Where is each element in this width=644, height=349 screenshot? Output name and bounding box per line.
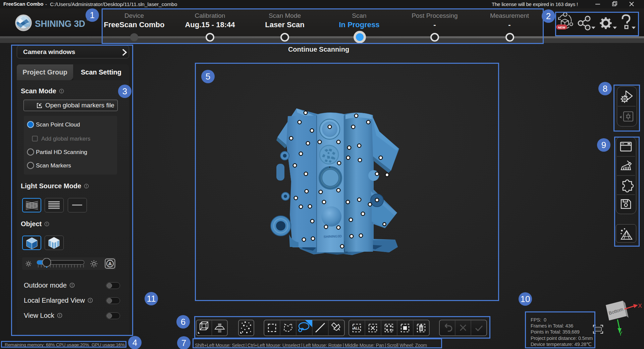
svg-text:Y: Y (619, 331, 622, 337)
svg-text:SHINING 3D: SHINING 3D (35, 18, 85, 29)
svg-text:X: X (638, 303, 642, 309)
